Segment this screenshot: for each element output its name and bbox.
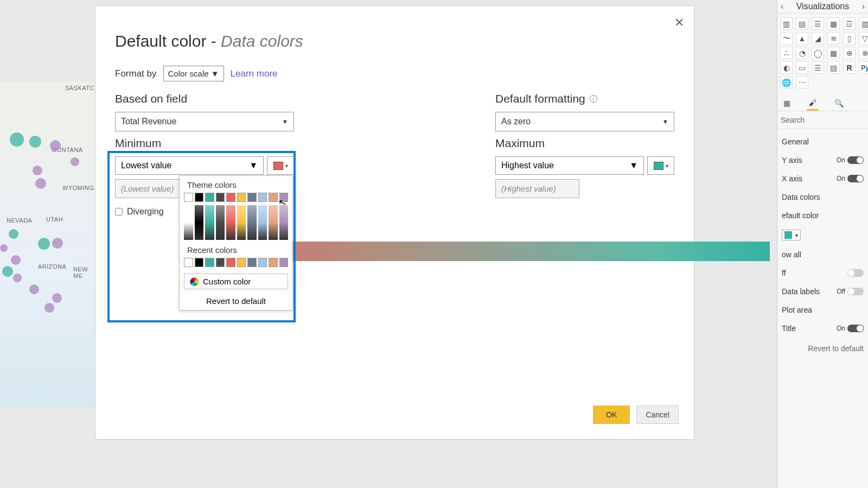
filled-map-icon[interactable]: ⊗ <box>859 47 868 59</box>
funnel-icon[interactable]: ▽ <box>859 32 868 45</box>
custom-color-button[interactable]: Custom color <box>184 274 288 289</box>
format-by-select[interactable]: Color scale ▼ <box>163 66 224 81</box>
revert-to-default-link[interactable]: Revert to default <box>777 338 868 363</box>
color-swatch[interactable] <box>205 193 214 202</box>
color-swatch[interactable] <box>226 258 235 267</box>
clustered-column-icon[interactable]: ▦ <box>827 17 840 30</box>
color-swatch[interactable] <box>258 193 267 202</box>
format-property-item[interactable]: X axisOn <box>777 169 868 188</box>
maximum-color-button[interactable]: ▾ <box>647 156 674 175</box>
color-swatch[interactable] <box>184 258 193 267</box>
color-swatch[interactable] <box>269 193 278 202</box>
shade-column[interactable] <box>205 205 214 240</box>
shade-column[interactable] <box>184 205 193 240</box>
color-swatch[interactable] <box>237 258 246 267</box>
map-label: ARIZONA <box>38 263 66 270</box>
scatter-icon[interactable]: ∴ <box>780 47 793 59</box>
stacked-column-icon[interactable]: ▤ <box>796 17 808 30</box>
color-swatch[interactable] <box>195 258 204 267</box>
based-on-field-select[interactable]: Total Revenue▼ <box>115 112 294 131</box>
color-swatch[interactable] <box>216 258 225 267</box>
format-property-item[interactable]: General <box>777 132 868 151</box>
line-chart-icon[interactable]: 〜 <box>780 32 793 45</box>
map-dot <box>52 293 62 303</box>
color-swatch[interactable] <box>279 193 289 202</box>
color-swatch[interactable] <box>237 193 246 202</box>
stacked-area-icon[interactable]: ◢ <box>812 32 824 45</box>
shade-column[interactable] <box>258 205 267 240</box>
shade-column[interactable] <box>269 205 278 240</box>
format-property-item[interactable]: TitleOn <box>777 319 868 338</box>
area-chart-icon[interactable]: ▲ <box>796 32 808 45</box>
kpi-icon[interactable]: ▤ <box>827 61 840 74</box>
shade-column[interactable] <box>279 205 289 240</box>
minimum-color-button[interactable]: ▾ <box>267 156 294 175</box>
format-property-item[interactable]: ow all <box>777 245 868 264</box>
waterfall-icon[interactable]: ▯ <box>843 32 856 45</box>
minimum-value-select[interactable]: Lowest value▼ <box>115 156 264 175</box>
color-swatch[interactable] <box>258 258 267 267</box>
color-swatch[interactable] <box>195 193 204 202</box>
clustered-bar-icon[interactable]: ☰ <box>812 17 824 30</box>
r-visual-icon[interactable]: R <box>843 61 856 74</box>
default-formatting-select[interactable]: As zero▼ <box>495 112 674 131</box>
format-property-item[interactable]: efault color <box>777 206 868 225</box>
pie-icon[interactable]: ◔ <box>796 47 808 59</box>
toggle-switch[interactable] <box>847 269 864 277</box>
python-visual-icon[interactable]: Py <box>859 61 868 74</box>
pane-back-icon[interactable]: ‹ <box>781 2 783 11</box>
analytics-tab[interactable]: 🔍 <box>833 96 845 111</box>
card-icon[interactable]: ▭ <box>796 61 808 74</box>
color-swatch[interactable] <box>269 258 278 267</box>
format-tab[interactable]: 🖌 <box>807 96 819 111</box>
learn-more-link[interactable]: Learn more <box>231 68 278 79</box>
color-swatch[interactable] <box>226 193 235 202</box>
pane-forward-icon[interactable]: › <box>862 2 865 11</box>
color-swatch[interactable] <box>279 258 289 267</box>
fields-tab[interactable]: ▦ <box>781 96 793 111</box>
toggle-switch[interactable] <box>847 156 864 164</box>
color-swatch[interactable] <box>247 193 257 202</box>
map-icon[interactable]: ⊕ <box>843 47 856 59</box>
donut-icon[interactable]: ◯ <box>812 47 824 59</box>
shade-column[interactable] <box>247 205 257 240</box>
stacked-bar-icon[interactable]: ▥ <box>780 17 793 30</box>
more-visuals-icon[interactable]: ⋯ <box>796 76 808 88</box>
ok-button[interactable]: OK <box>593 405 630 424</box>
format-property-item[interactable]: Plot area <box>777 301 868 319</box>
treemap-icon[interactable]: ▦ <box>827 47 840 59</box>
toggle-switch[interactable] <box>847 325 864 332</box>
cancel-button[interactable]: Cancel <box>636 405 679 424</box>
minimum-label: Minimum <box>115 137 463 150</box>
multi-card-icon[interactable]: ☰ <box>812 61 824 74</box>
close-icon[interactable]: ✕ <box>674 16 684 30</box>
default-color-picker[interactable]: ▾ <box>782 230 801 240</box>
format-property-item[interactable]: Data labelsOff <box>777 282 868 301</box>
shade-column[interactable] <box>237 205 246 240</box>
palette-revert-button[interactable]: Revert to default <box>180 291 292 310</box>
info-icon[interactable]: i <box>590 95 597 103</box>
recent-colors-row <box>180 258 292 270</box>
toggle-switch[interactable] <box>847 175 864 182</box>
toggle-switch[interactable] <box>847 288 864 295</box>
globe-icon[interactable]: 🌐 <box>780 76 793 88</box>
ribbon-chart-icon[interactable]: ≋ <box>827 32 840 45</box>
shade-column[interactable] <box>216 205 225 240</box>
search-input[interactable]: Search <box>777 111 868 129</box>
map-dot <box>11 255 21 265</box>
shade-column[interactable] <box>226 205 235 240</box>
color-swatch[interactable] <box>205 258 214 267</box>
format-property-item[interactable]: Y axisOn <box>777 151 868 169</box>
hundred-stacked-bar-icon[interactable]: ☲ <box>843 17 856 30</box>
color-swatch[interactable] <box>247 258 257 267</box>
shade-column[interactable] <box>195 205 204 240</box>
diverging-input[interactable] <box>115 208 123 216</box>
color-swatch[interactable] <box>216 193 225 202</box>
maximum-value-select[interactable]: Highest value▼ <box>495 156 644 175</box>
hundred-stacked-column-icon[interactable]: ▥ <box>859 17 868 30</box>
format-property-item[interactable]: Data colors <box>777 188 868 206</box>
maximum-value-input[interactable]: (Highest value) <box>495 179 579 198</box>
color-swatch[interactable] <box>184 193 193 202</box>
format-property-item[interactable]: ff <box>777 264 868 282</box>
gauge-icon[interactable]: ◐ <box>780 61 793 74</box>
